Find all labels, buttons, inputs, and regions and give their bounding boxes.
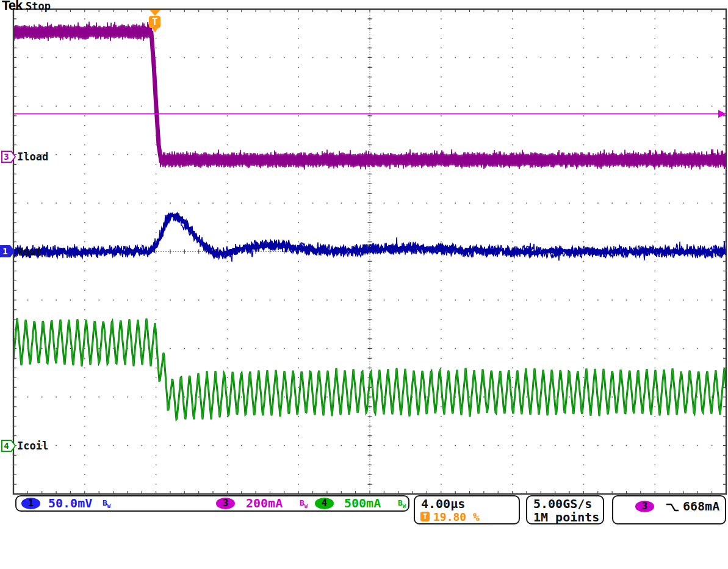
channel1-number: 1 xyxy=(0,245,10,257)
channel1-position-marker[interactable]: 1 xyxy=(0,245,15,257)
channel-scale-readout-box[interactable]: 1 50.0mV BW 3 200mA BW 4 500mA BW xyxy=(15,495,409,512)
channel3-badge: 3 xyxy=(216,498,235,509)
channel4-position-marker[interactable]: 4 xyxy=(1,440,16,452)
trace-label-iload: Iload xyxy=(17,151,48,163)
tek-logo: Tek xyxy=(2,0,22,13)
record-length: 1M points xyxy=(533,510,599,524)
channel1-bandwidth-limit-icon: BW xyxy=(103,498,110,509)
channel3-number: 3 xyxy=(1,151,12,163)
channel3-scale: 200mA xyxy=(246,496,283,510)
trigger-level: 668mA xyxy=(683,499,719,513)
channel1-scale: 50.0mV xyxy=(48,496,92,510)
oscilloscope-screen: Tek Stop T 3 Iload 1 Vout 4 Icoil 1 50.0… xyxy=(0,0,728,569)
trigger-position-percent: 19.80 % xyxy=(433,510,480,524)
trace-label-icoil: Icoil xyxy=(17,440,48,452)
timebase-scale: 4.00µs xyxy=(421,497,465,510)
trigger-position-flag[interactable]: T xyxy=(149,10,160,32)
channel3-position-marker[interactable]: 3 xyxy=(1,151,16,163)
acquisition-status: Stop xyxy=(26,0,51,12)
trigger-flag-label: T xyxy=(149,16,160,28)
trigger-flag-arrow-icon xyxy=(150,10,160,16)
channel4-scale: 500mA xyxy=(344,496,381,510)
channel3-bandwidth-limit-icon: BW xyxy=(300,498,308,509)
channel1-badge: 1 xyxy=(21,498,40,509)
channel4-badge: 4 xyxy=(315,498,334,509)
sample-rate: 5.00GS/s xyxy=(533,497,592,510)
falling-edge-icon xyxy=(665,502,680,513)
trigger-readout-box[interactable]: 3 668mA xyxy=(612,495,726,524)
trigger-source-badge: 3 xyxy=(635,501,654,512)
timebase-readout-box[interactable]: 4.00µs T 19.80 % xyxy=(414,495,520,524)
graticule-and-traces xyxy=(0,0,728,534)
trigger-icon: T xyxy=(420,512,430,521)
trigger-flag-tail-icon xyxy=(152,28,158,32)
trace-label-vout: Vout xyxy=(17,246,42,258)
channel4-number: 4 xyxy=(1,440,12,452)
acquisition-readout-box[interactable]: 5.00GS/s 1M points xyxy=(526,495,604,524)
channel4-bandwidth-limit-icon: BW xyxy=(398,498,406,509)
